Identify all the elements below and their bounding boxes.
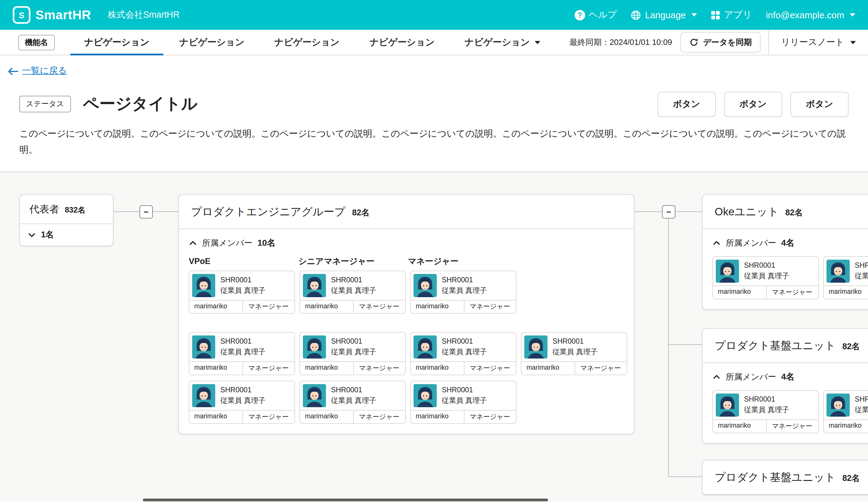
help-menu[interactable]: ? ヘルプ [575,9,617,21]
employee-name: 従業員 真理子 [331,347,376,357]
chevron-down-icon [850,41,856,44]
employee-card[interactable]: SHR0001 従業員 真理子 marimariko マネージャー [189,332,295,375]
apps-menu[interactable]: アプリ [711,9,752,21]
org-node-header[interactable]: プロダクト基盤ユニット 82名 [702,328,868,363]
employee-avatar [826,259,850,283]
employee-card[interactable]: SHR0001 従業員 真理子 marimariko マネージャー [410,271,516,314]
back-to-list-link[interactable]: 一覧に戻る [8,65,67,77]
action-button-1[interactable]: ボタン [658,92,716,116]
collapse-button[interactable]: − [662,205,675,218]
employee-id: SHR0001 [331,336,376,347]
employee-card[interactable]: SHR0001 従業員 真理子 marimariko マネージャー [410,332,516,375]
employee-card-footer: marimariko マネージャー [189,410,294,423]
page-title: ページタイトル [83,93,197,115]
employee-username: marimariko [411,410,464,423]
org-node-header[interactable]: プロダクト基盤ユニット 82名 [702,460,868,494]
employee-id: SHR0001 [220,336,266,347]
employee-name: 従業員 真理子 [442,347,487,357]
org-node-header[interactable]: Okeユニット 82名 [702,195,868,229]
members-toggle[interactable]: 所属メンバー 10名 [189,237,624,249]
employee-card[interactable]: SHR0001 従業員 真理子 marimariko マネージャー [299,380,406,423]
employee-username: marimariko [189,410,243,423]
tab-label: ナビゲーション [465,36,530,48]
employee-id: SHR0001 [442,385,487,396]
global-header: S SmartHR 株式会社SmartHR ? ヘルプ Language [0,0,868,30]
chevron-down-icon [691,13,697,17]
role-label: マネージャー [408,256,513,267]
horizontal-scrollbar[interactable] [143,499,548,501]
smarthr-logo[interactable]: S SmartHR [13,6,91,24]
employee-avatar [192,335,216,358]
collapse-button[interactable]: − [140,205,153,218]
sync-area: 最終同期：2024/01/01 10:09 データを同期 リリースノート [569,30,868,54]
employee-card[interactable]: SHR0001 従業員 真理子 marimariko マネージャー [299,332,406,375]
employee-username: marimariko [824,420,868,432]
employee-role: マネージャー [353,362,405,375]
employee-card-footer: marimariko マネージャー [189,361,294,375]
action-button-2[interactable]: ボタン [724,92,782,116]
employee-id: SHR0001 [220,275,266,286]
employee-card[interactable]: SHR0001 従業員 真理子 marimariko マネージャー [189,380,295,423]
employee-card[interactable]: SHR0001 従業員 真理子 marimariko マネージャー [521,332,627,375]
employee-card-main: SHR0001 従業員 真理子 [713,257,818,285]
employee-id: SHR0001 [855,261,868,271]
members-count: 4名 [781,237,795,249]
org-node-group-header[interactable]: プロダクトエンジニアグループ 82名 [179,195,634,229]
employee-username: marimariko [411,300,464,313]
employee-name: 従業員 真理子 [331,396,376,406]
employee-avatar [716,259,739,283]
employee-card-footer: marimariko マネージャー [411,361,516,375]
members-toggle[interactable]: 所属メンバー 4名 [712,237,868,249]
employee-card-main: SHR0001 従業員 真理子 [411,333,516,361]
employee-card[interactable]: SHR0001 従業員 真理子 marimariko マネージャー [823,256,868,299]
employee-card-footer: marimariko マネージャー [411,300,516,313]
members-label: 所属メンバー [726,238,776,249]
employee-card[interactable]: SHR0001 従業員 真理子 marimariko マネージャー [299,271,406,314]
employee-card[interactable]: SHR0001 従業員 真理子 marimariko マネージャー [712,390,819,433]
employee-card[interactable]: SHR0001 従業員 真理子 marimariko マネージャー [712,256,819,299]
sync-data-button[interactable]: データを同期 [681,32,761,53]
tab-navigation-1[interactable]: ナビゲーション [69,30,164,54]
node-title: プロダクト基盤ユニット [714,338,836,353]
language-menu[interactable]: Language [631,10,697,20]
node-count: 82名 [842,473,860,484]
account-menu[interactable]: info@example.com [766,10,855,20]
employee-name: 従業員 真理子 [220,396,266,406]
release-notes-menu[interactable]: リリースノート [768,30,868,54]
employee-id: SHR0001 [744,261,789,271]
tab-navigation-4[interactable]: ナビゲーション [355,30,450,54]
employee-card[interactable]: SHR0001 従業員 真理子 marimariko マネージャー [823,390,868,433]
employee-avatar [716,393,739,417]
employee-avatar [303,274,326,297]
employee-id: SHR0001 [442,275,487,286]
members-label: 所属メンバー [726,372,776,383]
members-toggle[interactable]: 所属メンバー 4名 [712,371,868,383]
help-icon: ? [575,10,585,20]
expand-children-toggle[interactable]: 1名 [20,223,113,245]
chevron-up-icon [712,373,721,381]
tab-navigation-2[interactable]: ナビゲーション [164,30,259,54]
org-chart-canvas[interactable]: − − 代表者 832名 1名 プロダクトエンジニアグループ 82名 所属メンバ… [0,171,868,502]
org-node-platform-unit: プロダクト基盤ユニット 82名 所属メンバー 4名 SHR0001 従業員 真理… [702,328,868,444]
employee-role: マネージャー [353,300,405,313]
employee-text: SHR0001 従業員 真理子 [331,336,376,357]
employee-card-footer: marimariko マネージャー [411,410,516,423]
tab-navigation-5[interactable]: ナビゲーション [450,30,556,54]
employee-card-footer: marimariko マネージャー [189,300,294,313]
tab-navigation-3[interactable]: ナビゲーション [259,30,355,54]
employee-role: マネージャー [766,420,818,432]
employee-username: marimariko [521,362,575,375]
header-actions: ? ヘルプ Language アプリ info@example.com [575,9,855,21]
org-node-root-header[interactable]: 代表者 832名 [20,195,113,223]
action-button-3[interactable]: ボタン [790,92,849,116]
page: S SmartHR 株式会社SmartHR ? ヘルプ Language [0,0,868,502]
employee-text: SHR0001 従業員 真理子 [220,275,266,296]
employee-card[interactable]: SHR0001 従業員 真理子 marimariko マネージャー [189,271,295,314]
org-node-body: 所属メンバー 4名 SHR0001 従業員 真理子 marimariko マネー… [702,229,868,309]
brand-name: SmartHR [35,8,91,22]
chevron-down-icon [535,41,540,44]
employee-avatar [414,335,437,358]
employee-card[interactable]: SHR0001 従業員 真理子 marimariko マネージャー [410,380,516,423]
employee-card-footer: marimariko マネージャー [713,419,818,432]
employee-text: SHR0001 従業員 真理子 [855,261,868,281]
